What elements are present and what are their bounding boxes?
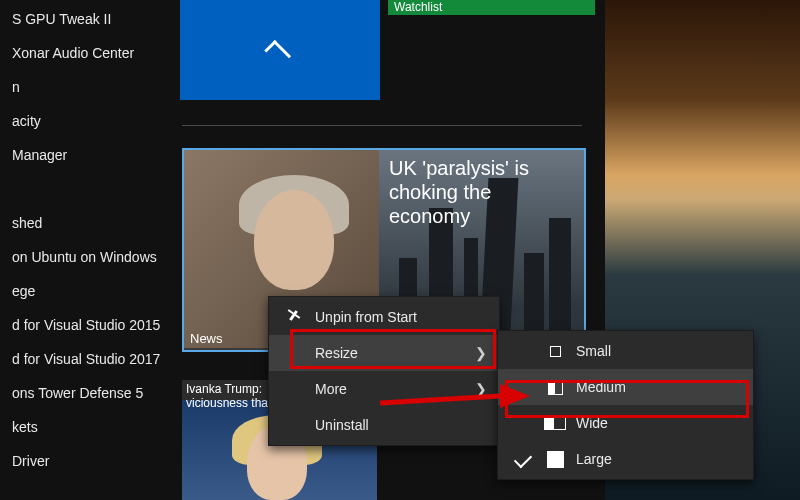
size-medium-icon: [544, 380, 566, 395]
app-list-item[interactable]: acity: [0, 104, 180, 138]
resize-medium[interactable]: Medium: [498, 369, 753, 405]
app-list-item[interactable]: shed: [0, 206, 180, 240]
menu-label: Uninstall: [315, 417, 369, 433]
news-tile-label: News: [190, 331, 223, 346]
menu-label: Small: [576, 343, 611, 359]
menu-label: Wide: [576, 415, 608, 431]
app-list-item[interactable]: d for Visual Studio 2015: [0, 308, 180, 342]
app-list-item[interactable]: n: [0, 70, 180, 104]
menu-unpin[interactable]: Unpin from Start: [269, 299, 499, 335]
menu-more[interactable]: More ❯: [269, 371, 499, 407]
unpin-icon: [283, 310, 305, 324]
app-list-item[interactable]: on Ubuntu on Windows: [0, 240, 180, 274]
menu-label: Resize: [315, 345, 358, 361]
menu-label: Medium: [576, 379, 626, 395]
app-list-item: [0, 172, 180, 206]
tile-mail[interactable]: [180, 0, 380, 100]
resize-large[interactable]: Large: [498, 441, 753, 477]
menu-uninstall[interactable]: Uninstall: [269, 407, 499, 443]
all-apps-list: S GPU Tweak II Xonar Audio Center n acit…: [0, 0, 180, 500]
news-headline: UK 'paralysis' is choking the economy: [389, 156, 569, 228]
app-list-item[interactable]: Xonar Audio Center: [0, 36, 180, 70]
app-list-item[interactable]: ege: [0, 274, 180, 308]
group-divider: [182, 125, 582, 126]
size-wide-icon: [544, 417, 566, 430]
resize-submenu: Small Medium Wide Large: [497, 330, 754, 480]
app-list-item[interactable]: kets: [0, 410, 180, 444]
chevron-up-icon: [264, 39, 291, 66]
check-icon: [512, 454, 534, 464]
app-list-item[interactable]: Driver: [0, 444, 180, 478]
app-list-item[interactable]: d for Visual Studio 2017: [0, 342, 180, 376]
app-list-item[interactable]: ons Tower Defense 5: [0, 376, 180, 410]
resize-wide[interactable]: Wide: [498, 405, 753, 441]
tile-watchlist[interactable]: Watchlist: [388, 0, 595, 15]
resize-small[interactable]: Small: [498, 333, 753, 369]
app-list-item[interactable]: Manager: [0, 138, 180, 172]
menu-label: Unpin from Start: [315, 309, 417, 325]
menu-label: Large: [576, 451, 612, 467]
tile-context-menu: Unpin from Start Resize ❯ More ❯ Uninsta…: [268, 296, 500, 446]
chevron-right-icon: ❯: [475, 345, 487, 361]
app-list-item[interactable]: S GPU Tweak II: [0, 2, 180, 36]
size-large-icon: [544, 451, 566, 468]
menu-resize[interactable]: Resize ❯: [269, 335, 499, 371]
menu-label: More: [315, 381, 347, 397]
chevron-right-icon: ❯: [475, 381, 487, 397]
size-small-icon: [544, 346, 566, 357]
